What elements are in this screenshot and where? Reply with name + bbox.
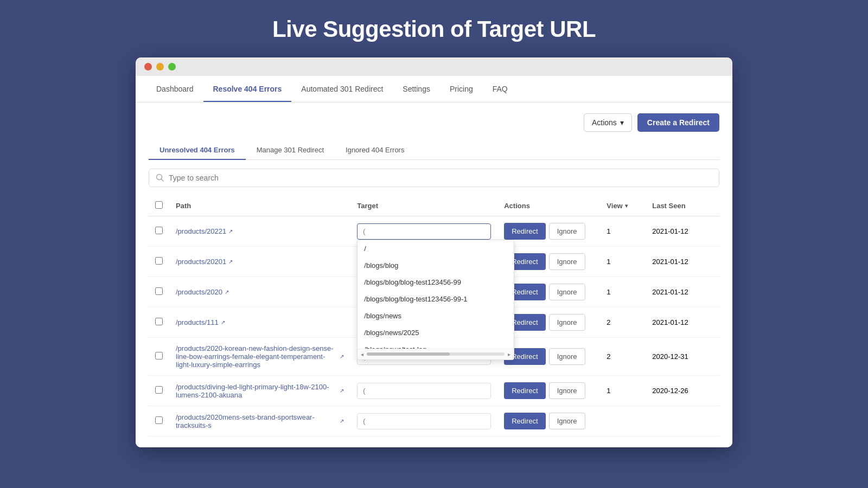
ignore-button[interactable]: Ignore [549,223,585,240]
select-all-checkbox[interactable] [155,201,163,209]
path-link[interactable]: /products/2020↗ [176,288,344,296]
row-checkbox[interactable] [155,287,163,295]
sub-tabs: Unresolved 404 Errors Manage 301 Redirec… [149,140,719,160]
suggestion-item[interactable]: /blogs/blog [358,257,514,274]
actions-button[interactable]: Actions ▾ [584,113,632,132]
external-link-icon: ↗ [225,289,229,295]
external-link-icon: ↗ [340,354,344,359]
suggestion-item[interactable]: / [358,240,514,257]
ignore-button[interactable]: Ignore [549,382,585,399]
minimize-button[interactable] [156,63,164,70]
tab-dashboard[interactable]: Dashboard [146,76,203,102]
redirect-button[interactable]: Redirect [504,223,545,240]
actions-cell: Redirect Ignore [504,223,593,240]
actions-cell: Redirect Ignore [504,253,593,270]
view-count: 1 [600,216,646,247]
page-title: Live Suggestion of Target URL [272,16,596,42]
target-input[interactable] [357,383,491,399]
external-link-icon: ↗ [340,388,344,394]
row-checkbox[interactable] [155,318,163,325]
redirect-button[interactable]: Redirect [504,413,545,429]
redirect-button[interactable]: Redirect [504,382,545,399]
col-header-path: Path [169,196,350,216]
suggestion-item[interactable]: /blogs/blog/blog-test123456-99 [358,274,514,291]
top-bar: Actions ▾ Create a Redirect [149,113,719,132]
last-seen-date: 2020-12-26 [646,376,719,406]
actions-cell: Redirect Ignore [504,382,593,399]
actions-cell: Redirect Ignore [504,413,593,429]
subtab-unresolved[interactable]: Unresolved 404 Errors [149,140,246,159]
tab-faq[interactable]: FAQ [483,76,518,102]
view-count: 1 [600,247,646,277]
suggestion-item[interactable]: /blogs/news/test-log [358,341,514,349]
data-table: Path Target Actions View ▾ Last Seen [149,196,719,436]
tab-automated-redirect[interactable]: Automated 301 Redirect [291,76,393,102]
last-seen-date: 2020-12-31 [646,338,719,376]
path-link[interactable]: /products/20221↗ [176,227,344,235]
scrollbar-row: ◂ ▸ [358,349,514,359]
last-seen-date: 2021-01-12 [646,307,719,338]
main-area: Actions ▾ Create a Redirect Unresolved 4… [136,102,732,447]
path-link[interactable]: /products/2020-korean-new-fashion-design… [176,344,344,369]
view-sort-icon: ▾ [625,203,628,209]
ignore-button[interactable]: Ignore [549,348,585,365]
row-checkbox[interactable] [155,386,163,394]
tab-settings[interactable]: Settings [393,76,440,102]
table-row: /products/20221↗ //blogs/blog/blogs/blog… [149,216,719,247]
ignore-button[interactable]: Ignore [549,253,585,270]
view-label: View [607,202,622,210]
maximize-button[interactable] [168,63,176,70]
scrollbar-thumb [367,352,449,356]
search-bar [149,169,719,187]
svg-line-1 [162,179,164,182]
target-dropdown-container: //blogs/blog/blogs/blog/blog-test123456-… [357,223,491,240]
row-checkbox[interactable] [155,352,163,359]
external-link-icon: ↗ [340,418,344,424]
table-row: /products/2020mens-sets-brand-sportswear… [149,406,719,436]
tab-resolve-404[interactable]: Resolve 404 Errors [203,76,292,102]
target-input[interactable] [357,413,491,429]
col-header-lastseen: Last Seen [646,196,719,216]
suggestion-list: //blogs/blog/blogs/blog/blog-test123456-… [358,240,514,349]
path-link[interactable]: /products/20201↗ [176,258,344,266]
table-row: /products/diving-led-light-primary-light… [149,376,719,406]
col-header-target: Target [350,196,497,216]
ignore-button[interactable]: Ignore [549,284,585,300]
path-link[interactable]: /products/2020mens-sets-brand-sportswear… [176,413,344,429]
view-count [600,406,646,436]
app-window: Dashboard Resolve 404 Errors Automated 3… [136,57,732,447]
actions-cell: Redirect Ignore [504,314,593,331]
close-button[interactable] [144,63,152,70]
row-checkbox[interactable] [155,227,163,234]
scroll-right-icon[interactable]: ▸ [507,350,512,358]
horizontal-scrollbar[interactable] [367,352,505,356]
external-link-icon: ↗ [228,259,233,265]
tab-pricing[interactable]: Pricing [440,76,483,102]
view-count: 1 [600,376,646,406]
scroll-left-icon[interactable]: ◂ [360,350,365,358]
actions-label: Actions [592,118,617,127]
external-link-icon: ↗ [228,228,233,234]
path-link[interactable]: /products/111↗ [176,318,344,326]
col-header-view[interactable]: View ▾ [600,196,646,216]
suggestion-item[interactable]: /blogs/blog/blog-test123456-99-1 [358,291,514,307]
view-count: 2 [600,338,646,376]
subtab-ignored[interactable]: Ignored 404 Errors [335,140,415,159]
target-input[interactable] [357,223,491,240]
row-checkbox[interactable] [155,416,163,424]
path-link[interactable]: /products/diving-led-light-primary-light… [176,383,344,399]
chevron-down-icon: ▾ [620,118,624,127]
window-content: Dashboard Resolve 404 Errors Automated 3… [136,76,732,447]
ignore-button[interactable]: Ignore [549,413,585,429]
ignore-button[interactable]: Ignore [549,314,585,331]
view-count: 2 [600,307,646,338]
create-redirect-button[interactable]: Create a Redirect [637,113,719,132]
row-checkbox[interactable] [155,257,163,265]
suggestion-item[interactable]: /blogs/news/2025 [358,324,514,341]
last-seen-date: 2021-01-12 [646,247,719,277]
nav-tabs: Dashboard Resolve 404 Errors Automated 3… [136,76,732,102]
view-count: 1 [600,277,646,307]
subtab-manage-redirect[interactable]: Manage 301 Redirect [246,140,335,159]
search-input[interactable] [169,174,712,182]
suggestion-item[interactable]: /blogs/news [358,307,514,324]
